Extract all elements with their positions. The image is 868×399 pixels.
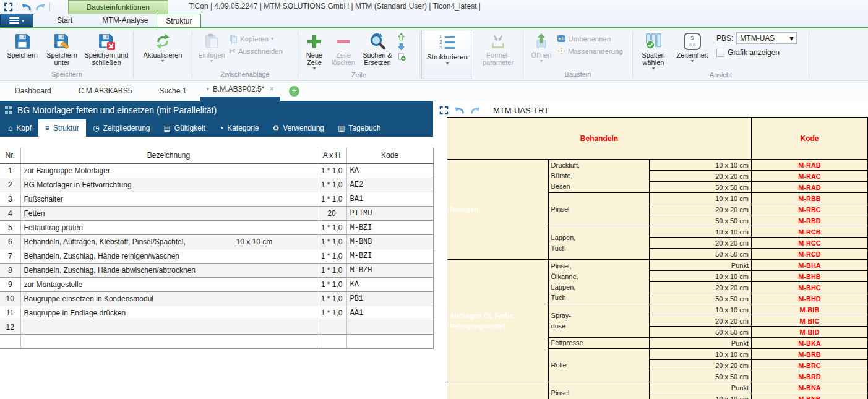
trt-kode-cell[interactable]: M-RAD (751, 182, 867, 193)
refresh-button[interactable]: Aktualisieren ▾ (137, 30, 189, 64)
nr-cell[interactable]: 1 (0, 163, 20, 178)
trt-kode-cell[interactable]: M-RBC (751, 204, 867, 215)
trt-kode-cell[interactable]: M-BNA (751, 382, 867, 393)
kode-cell[interactable]: M-BNB (346, 234, 433, 249)
kode-cell[interactable]: PB1 (346, 291, 433, 306)
subtab-kategorie[interactable]: ◔ Kategorie (212, 119, 266, 137)
trt-kode-cell[interactable]: M-RAB (751, 160, 867, 171)
formula-parameter-button[interactable]: Formel- parameter (475, 30, 521, 66)
trt-kode-cell[interactable]: M-BIC (751, 315, 867, 327)
table-row[interactable]: 8 Behandeln, Zuschlag, Hände abwischen/a… (0, 263, 433, 277)
trt-size-cell[interactable]: 50 x 50 cm (649, 327, 751, 338)
trt-kode-cell[interactable]: M-BHB (751, 271, 867, 282)
trt-size-cell[interactable]: 50 x 50 cm (649, 215, 751, 226)
trt-kode-cell[interactable]: M-BHD (751, 293, 867, 304)
trt-kode-cell[interactable]: M-RCD (751, 249, 867, 260)
trt-size-cell[interactable]: 10 x 10 cm (649, 226, 751, 238)
trt-kode-cell[interactable]: M-BHC (751, 282, 867, 293)
axh-cell[interactable]: 1 * 1,0 (317, 192, 346, 206)
save-as-button[interactable]: Speichern unter (42, 30, 82, 66)
trt-size-cell[interactable]: 20 x 20 cm (649, 315, 751, 327)
nr-cell[interactable]: 11 (0, 306, 20, 320)
copy-button[interactable]: Kopieren ▾ (229, 33, 283, 44)
doc-tab-active[interactable]: ▾ B.M.AB3P02.5* × (200, 81, 280, 101)
nr-cell[interactable]: 12 (0, 320, 20, 334)
redo-icon[interactable] (470, 106, 481, 115)
trt-kode-cell[interactable]: M-BKA (751, 338, 867, 349)
table-row[interactable]: 7 Behandeln, Zuschlag, Hände reinigen/wa… (0, 249, 433, 263)
undo-icon[interactable] (454, 106, 465, 115)
kode-cell[interactable]: M-BZI (346, 220, 433, 234)
nr-cell[interactable]: 10 (0, 291, 20, 306)
axh-cell[interactable] (317, 334, 346, 348)
undo-icon[interactable] (21, 2, 32, 12)
add-tab-button[interactable]: + (289, 86, 299, 97)
axh-cell[interactable] (317, 320, 346, 334)
kode-cell[interactable]: KA (346, 277, 433, 291)
time-unit-button[interactable]: s0,0 Zeiteinheit ▾ (672, 30, 713, 64)
kode-cell[interactable]: BA1 (346, 192, 433, 206)
table-row[interactable]: 4 Fetten 20 PTTMU (0, 206, 433, 220)
axh-cell[interactable]: 1 * 1,0 (317, 163, 346, 178)
table-row[interactable]: 3 Fußschalter 1 * 1,0 BA1 (0, 192, 433, 206)
cut-button[interactable]: ✂ Ausschneiden (229, 46, 283, 56)
choose-columns-button[interactable]: Spalten wählen ▾ (635, 30, 672, 71)
trt-kode-cell[interactable]: M-RCC (751, 238, 867, 249)
axh-cell[interactable]: 20 (317, 206, 346, 220)
subtab-verwendung[interactable]: ♻ Verwendung (266, 119, 332, 137)
trt-size-cell[interactable]: 50 x 50 cm (649, 182, 751, 193)
subtab-zeitgliederung[interactable]: ◷ Zeitgliederung (86, 119, 157, 137)
kode-cell[interactable] (346, 320, 433, 334)
table-row[interactable]: 6 Behandeln, Auftragen, Klebstoff, Pinse… (0, 234, 433, 249)
doc-tab-suche1[interactable]: Suche 1 (145, 81, 200, 101)
nr-cell[interactable]: 7 (0, 249, 20, 263)
axh-cell[interactable]: 1 * 1,0 (317, 234, 346, 249)
save-and-close-button[interactable]: Speichern und schließen (82, 30, 131, 66)
trt-size-cell[interactable]: 20 x 20 cm (649, 171, 751, 182)
tab-struktur[interactable]: Struktur (157, 14, 201, 27)
kode-cell[interactable]: M-BZI (346, 249, 433, 263)
bezeichnung-cell[interactable]: Behandeln, Zuschlag, Hände abwischen/abt… (20, 263, 317, 277)
trt-kode-cell[interactable]: M-RAC (751, 171, 867, 182)
axh-cell[interactable]: 1 * 1,0 (317, 291, 346, 306)
trt-size-cell[interactable]: Punkt (649, 382, 751, 393)
kode-cell[interactable]: AA1 (346, 306, 433, 320)
axh-cell[interactable]: 1 * 1,0 (317, 220, 346, 234)
trt-kode-cell[interactable]: M-BRB (751, 349, 867, 360)
table-row[interactable]: 5 Fettauftrag prüfen 1 * 1,0 M-BZI (0, 220, 433, 234)
kode-cell[interactable]: AE2 (346, 178, 433, 192)
trt-size-cell[interactable]: 10 x 10 cm (649, 271, 751, 282)
trt-kode-cell[interactable]: M-BRC (751, 360, 867, 371)
table-row[interactable]: 1 zur Baugruppe Motorlager 1 * 1,0 KA (0, 163, 433, 178)
open-button[interactable]: Öffnen ▾ (525, 30, 557, 64)
kode-cell[interactable]: PTTMU (346, 206, 433, 220)
trt-size-cell[interactable]: 20 x 20 cm (649, 238, 751, 249)
nr-cell[interactable]: 2 (0, 178, 20, 192)
bezeichnung-cell[interactable]: BG Motorlager in Fettvorrichtung (20, 178, 317, 192)
kode-cell[interactable]: M-BZH (346, 263, 433, 277)
tab-start[interactable]: Start (48, 14, 81, 27)
trt-kode-cell[interactable]: M-BIB (751, 304, 867, 315)
nr-cell[interactable]: 4 (0, 206, 20, 220)
trt-size-cell[interactable]: 50 x 50 cm (649, 249, 751, 260)
delete-row-button[interactable]: Zeile löschen (329, 30, 358, 66)
bezeichnung-cell[interactable]: Baugruppe einsetzen in Kondensmodul (20, 291, 317, 306)
axh-cell[interactable]: 1 * 1,0 (317, 249, 346, 263)
tab-mtm-analyse[interactable]: MTM-Analyse (93, 14, 157, 27)
subtab-tagebuch[interactable]: ▥ Tagebuch (331, 119, 387, 137)
trt-kode-cell[interactable]: M-RCB (751, 226, 867, 238)
bezeichnung-cell[interactable]: Fußschalter (20, 192, 317, 206)
nr-cell[interactable]: 3 (0, 192, 20, 206)
axh-cell[interactable]: 1 * 1,0 (317, 263, 346, 277)
trt-size-cell[interactable]: 10 x 10 cm (649, 193, 751, 204)
new-row-button[interactable]: Neue Zeile ▾ (300, 30, 329, 71)
redo-icon[interactable] (35, 2, 46, 12)
nr-cell[interactable]: 5 (0, 220, 20, 234)
axh-cell[interactable]: 1 * 1,0 (317, 178, 346, 192)
nr-cell[interactable]: 9 (0, 277, 20, 291)
rename-button[interactable]: ab Umbenennen (557, 33, 623, 44)
add-document-icon[interactable] (398, 53, 406, 61)
kode-cell[interactable] (346, 334, 433, 348)
expand-icon[interactable] (439, 106, 449, 115)
trt-kode-cell[interactable]: M-BID (751, 327, 867, 338)
